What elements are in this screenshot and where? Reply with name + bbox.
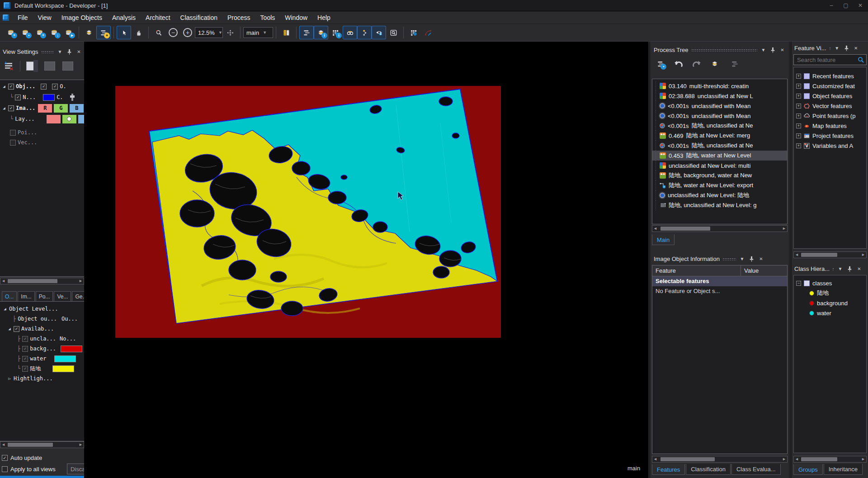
- select-cursor-button[interactable]: [117, 26, 131, 39]
- menu-view[interactable]: View: [33, 11, 57, 24]
- add-data-button[interactable]: +: [33, 26, 47, 39]
- close-icon[interactable]: ✕: [75, 48, 82, 55]
- tab-object[interactable]: O...: [2, 291, 17, 301]
- collapse-minus-icon[interactable]: −: [796, 281, 801, 286]
- menu-process[interactable]: Process: [222, 11, 255, 24]
- checkbox[interactable]: ✓: [22, 346, 28, 352]
- tree-row-object-level[interactable]: ◢ Object Level...: [3, 304, 58, 313]
- feature-view-hscrollbar[interactable]: ◄ ►: [793, 251, 867, 258]
- image-object-info-toggle-button[interactable]: i: [328, 26, 343, 39]
- apply-all-checkbox[interactable]: [2, 466, 8, 472]
- scroll-right-icon[interactable]: ►: [79, 443, 83, 447]
- tree-row-navigation[interactable]: └ ✓ N... C.: [10, 93, 73, 102]
- feature-group-object[interactable]: +Object features: [794, 91, 866, 101]
- class-row-background[interactable]: background: [794, 298, 866, 308]
- close-button[interactable]: ✕: [856, 2, 864, 9]
- panel-grip[interactable]: [691, 48, 757, 52]
- expand-plus-icon[interactable]: +: [796, 84, 801, 89]
- scroll-right-icon[interactable]: ►: [861, 253, 865, 257]
- feature-group-customized[interactable]: +Customized feat: [794, 81, 866, 91]
- land-color-swatch[interactable]: [52, 365, 74, 372]
- scroll-right-icon[interactable]: ►: [861, 457, 865, 461]
- scroll-left-icon[interactable]: ◄: [1, 279, 5, 283]
- chevron-down-icon[interactable]: ▼: [834, 45, 840, 52]
- feature-view-toggle-button[interactable]: i: [314, 26, 328, 39]
- scrollbar-thumb[interactable]: [801, 457, 837, 461]
- pin-icon[interactable]: [66, 48, 73, 55]
- scroll-right-icon[interactable]: ►: [782, 457, 786, 461]
- expand-plus-icon[interactable]: +: [796, 123, 801, 128]
- transparency-slider-icon[interactable]: [71, 94, 73, 101]
- close-icon[interactable]: ✕: [758, 256, 764, 262]
- feature-search-input[interactable]: [796, 56, 858, 64]
- layer-green-cell[interactable]: [62, 115, 76, 123]
- edit-polygon-button[interactable]: [421, 26, 435, 39]
- tree-row-objects[interactable]: ◢ ✓ Obj... ✓ ✓ O.: [2, 82, 66, 91]
- edit-view-settings-button[interactable]: + ✕: [2, 60, 15, 72]
- checkbox[interactable]: ✓: [52, 84, 58, 90]
- object-tree-hscrollbar[interactable]: ◄ ►: [0, 441, 84, 448]
- panel-grip[interactable]: [832, 267, 834, 270]
- process-row[interactable]: <0.001s陆地, unclassified at Ne: [652, 121, 787, 131]
- feature-group-variables[interactable]: +VVariables and A: [794, 141, 866, 151]
- tree-row-land-class[interactable]: └✓ 陆地: [17, 364, 74, 373]
- panel-grip[interactable]: [41, 50, 54, 53]
- blue-channel-cell[interactable]: B: [70, 104, 84, 113]
- scroll-left-icon[interactable]: ◄: [653, 457, 657, 461]
- outline-color-swatch[interactable]: [43, 94, 55, 101]
- classes-root-row[interactable]: − classes: [794, 278, 866, 288]
- expand-plus-icon[interactable]: +: [796, 133, 801, 138]
- view-classification-button[interactable]: [372, 26, 386, 39]
- scroll-left-icon[interactable]: ◄: [653, 227, 657, 231]
- create-project-button[interactable]: +: [4, 26, 18, 39]
- checkbox[interactable]: ✓: [41, 84, 47, 90]
- tab-groups[interactable]: Groups: [793, 464, 823, 475]
- save-process-tree-button[interactable]: ▪: [654, 57, 667, 71]
- quad-view-layout-button[interactable]: [61, 60, 75, 72]
- feature-group-project[interactable]: +Project features: [794, 131, 866, 141]
- chevron-down-icon[interactable]: ▼: [57, 48, 63, 55]
- expand-plus-icon[interactable]: +: [796, 74, 801, 79]
- checkbox[interactable]: ✓: [22, 336, 28, 342]
- save-project-button[interactable]: ▪: [18, 26, 33, 39]
- tab-inheritance[interactable]: Inheritance: [824, 464, 863, 475]
- close-icon[interactable]: ✕: [779, 47, 786, 53]
- ioi-hscrollbar[interactable]: ◄ ►: [652, 456, 788, 463]
- expander-icon[interactable]: ◢: [3, 307, 7, 311]
- menu-help[interactable]: Help: [312, 11, 335, 24]
- value-column-header[interactable]: Value: [741, 267, 762, 274]
- pin-icon[interactable]: [769, 47, 776, 53]
- feature-group-vector[interactable]: +Vector features: [794, 101, 866, 111]
- tree-row-highlight[interactable]: ▷ Hightligh...: [7, 374, 53, 383]
- checkbox[interactable]: [10, 140, 16, 146]
- checkbox[interactable]: ✓: [8, 84, 14, 90]
- tree-row-vectors[interactable]: Vec...: [10, 138, 37, 147]
- undo-button[interactable]: [674, 59, 684, 69]
- import-data-button[interactable]: ↓: [47, 26, 61, 39]
- view-settings-hscrollbar[interactable]: ◄ ►: [0, 278, 84, 284]
- minimize-button[interactable]: –: [827, 2, 835, 9]
- class-hierarchy-hscrollbar[interactable]: ◄ ►: [793, 456, 867, 463]
- selectable-features-group-row[interactable]: Selectable features: [652, 276, 787, 286]
- tab-vectors[interactable]: Ve...: [54, 291, 71, 301]
- feature-group-recent[interactable]: +Recent features: [794, 71, 866, 81]
- zoom-out-button[interactable]: −: [166, 26, 180, 39]
- scroll-left-icon[interactable]: ◄: [795, 457, 799, 461]
- zoom-area-button[interactable]: [386, 26, 401, 39]
- layer-mixing-button[interactable]: ●: [96, 26, 111, 39]
- scrollbar-thumb[interactable]: [660, 457, 715, 461]
- tab-class-evaluation[interactable]: Class Evalua...: [731, 464, 781, 475]
- tree-row-image-data[interactable]: ◢ ✓ Ima... R G B Ra: [2, 104, 92, 113]
- tree-row-background-class[interactable]: ├✓ backg...: [17, 344, 82, 353]
- scroll-right-icon[interactable]: ►: [782, 227, 786, 231]
- panel-grip[interactable]: [722, 257, 736, 260]
- scrollbar-thumb[interactable]: [8, 279, 57, 283]
- single-view-layout-button[interactable]: [25, 60, 38, 72]
- samples-button[interactable]: [357, 26, 372, 39]
- scrollbar-thumb[interactable]: [801, 253, 837, 257]
- navigate-button[interactable]: [223, 26, 237, 39]
- process-row[interactable]: <0.001sunclassified with Mean: [652, 101, 787, 111]
- dual-view-layout-button[interactable]: [43, 60, 57, 72]
- process-tree-hscrollbar[interactable]: ◄ ►: [652, 225, 788, 232]
- process-row[interactable]: unclassified at New Level: 陆地: [652, 190, 787, 200]
